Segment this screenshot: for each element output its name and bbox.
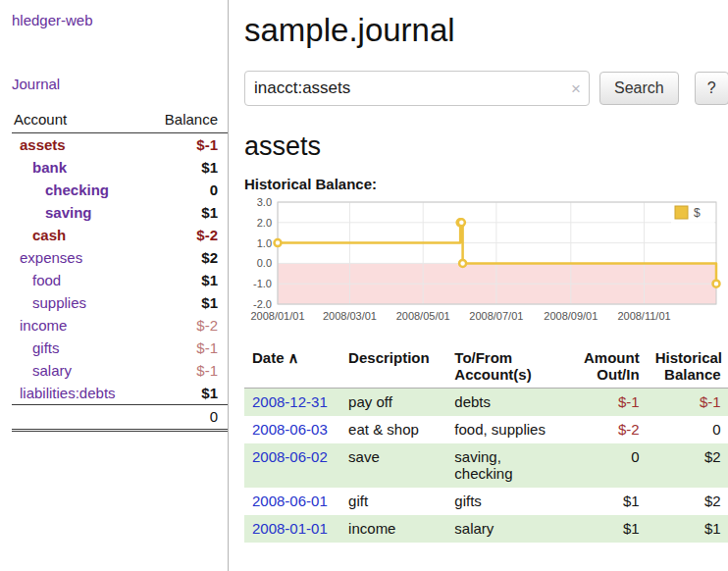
register-table: Date∧DescriptionTo/From Account(s)Amount…: [244, 347, 728, 543]
account-link[interactable]: assets: [20, 136, 66, 153]
account-link[interactable]: supplies: [32, 294, 86, 311]
account-link[interactable]: liabilities:debts: [20, 385, 116, 401]
register-col-amount: Amount Out/In: [568, 347, 648, 389]
hledger-web-app: hledger-web Journal Account Balance asse…: [0, 0, 728, 571]
account-name-cell: income: [12, 314, 144, 337]
transaction-date-link[interactable]: 2008-06-03: [252, 421, 328, 438]
account-balance: $1: [144, 291, 228, 314]
account-name-cell: expenses: [12, 246, 144, 269]
account-row: assets$-1: [12, 133, 228, 157]
account-name-cell: saving: [12, 201, 144, 224]
register-balance-cell: $1: [648, 515, 728, 543]
account-link[interactable]: expenses: [20, 249, 82, 266]
account-link[interactable]: cash: [32, 227, 66, 243]
register-balance-cell: $2: [648, 443, 728, 488]
account-balance: $1: [144, 201, 228, 224]
account-row: salary$-1: [12, 359, 228, 382]
account-row: gifts$-1: [12, 337, 228, 359]
accounts-total-row: 0: [12, 405, 228, 431]
search-box: ×: [244, 71, 590, 106]
register-accounts-cell: food, supplies: [446, 416, 567, 443]
register-col-label: Description: [348, 349, 430, 366]
account-name-cell: liabilities:debts: [12, 382, 144, 405]
accounts-table: Account Balance assets$-1bank$1checking0…: [12, 108, 228, 432]
search-input[interactable]: [244, 71, 590, 106]
account-name-cell: salary: [12, 359, 144, 382]
chart-point-marker: [458, 219, 465, 226]
account-link[interactable]: bank: [32, 159, 67, 176]
sidebar-item-journal[interactable]: Journal: [12, 76, 228, 92]
register-col-label: Historical Balance: [655, 349, 722, 383]
account-balance: $-1: [144, 359, 228, 382]
transaction-date-link[interactable]: 2008-01-01: [252, 520, 328, 537]
svg-text:2.0: 2.0: [257, 217, 272, 229]
svg-text:-2.0: -2.0: [253, 298, 272, 310]
register-col-label: Date: [252, 349, 285, 366]
register-row: 2008-06-02savesaving, checking0$2: [244, 443, 728, 488]
historical-balance-chart: 3.02.01.00.0-1.0-2.02008/01/012008/03/01…: [244, 194, 728, 334]
register-amount-cell: $1: [568, 488, 648, 515]
svg-text:2008/07/01: 2008/07/01: [469, 310, 523, 322]
register-date-cell: 2008-12-31: [244, 389, 340, 417]
register-row: 2008-01-01incomesalary$1$1: [244, 515, 728, 543]
chart-title: Historical Balance:: [244, 176, 728, 192]
register-date-cell: 2008-06-01: [244, 488, 340, 515]
account-name-cell: checking: [12, 179, 144, 201]
svg-text:1.0: 1.0: [257, 237, 272, 249]
svg-text:2008/09/01: 2008/09/01: [544, 310, 598, 322]
app-title-link[interactable]: hledger-web: [12, 12, 228, 28]
account-link[interactable]: checking: [45, 182, 109, 198]
transaction-date-link[interactable]: 2008-12-31: [252, 393, 328, 410]
register-balance-cell: $-1: [648, 389, 728, 417]
account-link[interactable]: gifts: [32, 339, 60, 356]
account-link[interactable]: income: [20, 317, 67, 334]
register-col-balance: Historical Balance: [648, 347, 728, 389]
legend-color-box: [675, 206, 688, 219]
register-balance-cell: $2: [648, 488, 728, 515]
sidebar: hledger-web Journal Account Balance asse…: [0, 0, 229, 571]
account-balance: $-2: [144, 314, 228, 337]
register-amount-cell: 0: [568, 443, 648, 488]
account-row: checking0: [12, 179, 228, 201]
account-balance: 0: [144, 179, 228, 201]
chart-point-marker: [275, 239, 282, 246]
transaction-date-link[interactable]: 2008-06-01: [252, 493, 328, 509]
account-row: supplies$1: [12, 291, 228, 314]
search-button[interactable]: Search: [599, 72, 679, 105]
register-balance-cell: 0: [648, 416, 728, 443]
register-header-row: Date∧DescriptionTo/From Account(s)Amount…: [244, 347, 728, 389]
account-name-cell: cash: [12, 224, 144, 246]
register-amount-cell: $-1: [568, 389, 648, 417]
register-col-label: To/From Account(s): [454, 349, 531, 383]
account-balance: $-1: [144, 337, 228, 359]
legend-label: $: [694, 206, 701, 220]
accounts-total-spacer: [12, 405, 144, 431]
account-link[interactable]: saving: [45, 204, 92, 221]
account-row: expenses$2: [12, 246, 228, 269]
account-link[interactable]: salary: [32, 362, 72, 379]
accounts-header-row: Account Balance: [12, 108, 228, 133]
main-content: sample.journal × Search ? assets Histori…: [229, 0, 728, 571]
help-button[interactable]: ?: [695, 72, 728, 105]
register-accounts-cell: debts: [446, 389, 567, 417]
account-name-cell: food: [12, 269, 144, 291]
register-col-date[interactable]: Date∧: [244, 347, 340, 389]
svg-text:-1.0: -1.0: [253, 278, 272, 289]
register-col-accounts: To/From Account(s): [446, 347, 567, 389]
account-name-cell: assets: [12, 133, 144, 157]
account-link[interactable]: food: [32, 272, 61, 288]
register-row: 2008-12-31pay offdebts$-1$-1: [244, 389, 728, 417]
accounts-col-account: Account: [12, 108, 144, 133]
clear-search-icon[interactable]: ×: [571, 80, 581, 97]
register-row: 2008-06-01giftgifts$1$2: [244, 488, 728, 515]
svg-text:2008/05/01: 2008/05/01: [396, 310, 450, 322]
svg-text:2008/11/01: 2008/11/01: [617, 310, 670, 322]
register-description-cell: gift: [340, 488, 446, 515]
account-row: bank$1: [12, 156, 228, 179]
account-balance: $1: [144, 269, 228, 291]
register-date-cell: 2008-06-02: [244, 443, 340, 488]
page-title: sample.journal: [244, 12, 728, 49]
accounts-col-balance: Balance: [144, 108, 228, 133]
transaction-date-link[interactable]: 2008-06-02: [252, 448, 328, 465]
register-description-cell: income: [340, 515, 446, 543]
